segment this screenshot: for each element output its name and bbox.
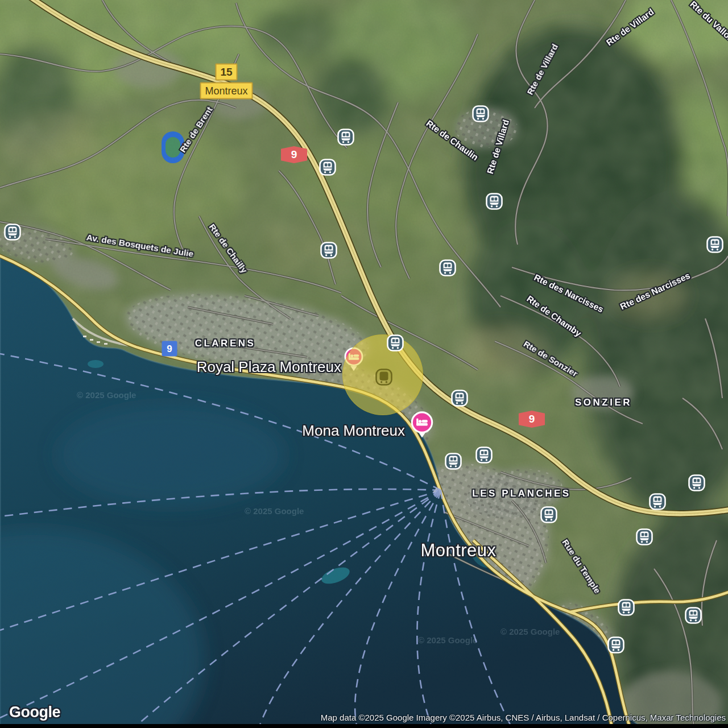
satellite-imagery bbox=[0, 0, 728, 728]
map-canvas[interactable]: © 2025 Google© 2025 Google© 2025 Google©… bbox=[0, 0, 728, 728]
